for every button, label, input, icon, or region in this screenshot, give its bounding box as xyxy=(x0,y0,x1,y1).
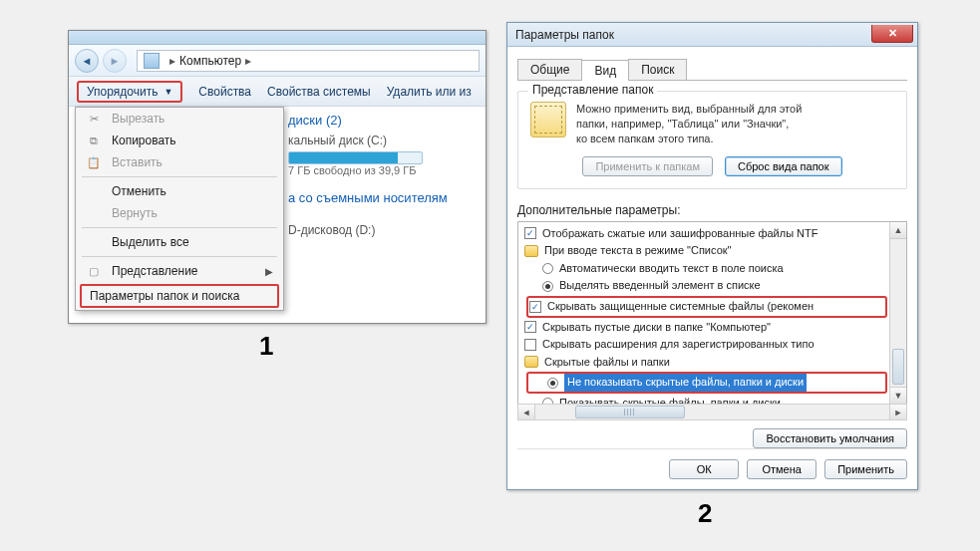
drive-c-label: кальный диск (C:) xyxy=(288,134,387,147)
menu-label: Отменить xyxy=(112,184,166,198)
tree-item-show-encrypted[interactable]: ✓ Отображать сжатые или зашифрованные фа… xyxy=(524,225,889,243)
organize-button[interactable]: Упорядочить ▼ xyxy=(77,81,182,103)
explorer-content: диски (2) кальный диск (C:) 7 ГБ свободн… xyxy=(288,109,482,237)
highlight-dont-show-hidden: Не показывать скрытые файлы, папки и дис… xyxy=(526,372,887,394)
advanced-tree[interactable]: ✓ Отображать сжатые или зашифрованные фа… xyxy=(518,222,889,405)
menu-cut[interactable]: ✂ Вырезать xyxy=(76,108,283,130)
menu-label: Вставить xyxy=(112,155,163,169)
apply-to-folders-button[interactable]: Применить к папкам xyxy=(582,156,713,176)
explorer-toolbar: Упорядочить ▼ Свойства Свойства системы … xyxy=(69,77,486,107)
menu-label: Выделить все xyxy=(112,235,189,249)
tree-label: При вводе текста в режиме "Список" xyxy=(544,242,731,260)
toolbar-uninstall[interactable]: Удалить или из xyxy=(387,85,472,99)
scroll-track[interactable] xyxy=(535,405,889,419)
tree-item-auto-type[interactable]: Автоматически вводить текст в поле поиск… xyxy=(524,260,889,278)
step-label-2: 2 xyxy=(698,498,712,529)
nav-forward-button[interactable]: ► xyxy=(103,49,127,73)
organize-label: Упорядочить xyxy=(87,85,158,99)
apply-button[interactable]: Применить xyxy=(824,459,907,479)
tree-item-hide-empty-drives[interactable]: ✓ Скрывать пустые диски в папке "Компьют… xyxy=(524,319,889,337)
tree-label: Скрывать пустые диски в папке "Компьютер… xyxy=(542,319,771,337)
dialog-buttons: ОК Отмена Применить xyxy=(517,448,907,479)
explorer-nav: ◄ ► ▸ Компьютер ▸ xyxy=(69,45,486,77)
menu-copy[interactable]: ⧉ Копировать xyxy=(76,130,283,151)
scroll-left-icon[interactable]: ◄ xyxy=(518,405,535,419)
tab-search[interactable]: Поиск xyxy=(628,59,687,80)
vertical-scrollbar[interactable]: ▲ ▼ xyxy=(889,222,906,405)
breadcrumb-item[interactable]: Компьютер xyxy=(179,54,241,68)
menu-label: Вернуть xyxy=(112,206,158,220)
tree-label: Не показывать скрытые файлы, папки и дис… xyxy=(564,374,807,392)
scroll-down-icon[interactable]: ▼ xyxy=(890,387,906,404)
ok-button[interactable]: ОК xyxy=(669,459,739,479)
folder-icon xyxy=(524,356,538,368)
organize-menu: ✂ Вырезать ⧉ Копировать 📋 Вставить Отмен… xyxy=(75,107,284,311)
highlight-hide-protected: ✓ Скрывать защищенные системные файлы (р… xyxy=(526,296,887,318)
checkbox-icon[interactable] xyxy=(524,339,536,351)
menu-redo[interactable]: Вернуть xyxy=(76,202,283,224)
horizontal-scrollbar[interactable]: ◄ ► xyxy=(517,404,907,420)
dialog-title: Параметры папок xyxy=(515,28,871,42)
dialog-body: Общие Вид Поиск Представление папок Можн… xyxy=(507,47,917,489)
toolbar-system-properties[interactable]: Свойства системы xyxy=(267,85,371,99)
cancel-button[interactable]: Отмена xyxy=(747,459,817,479)
menu-label: Представление xyxy=(112,264,198,278)
section-hard-disks: диски (2) xyxy=(288,113,482,128)
scroll-track[interactable] xyxy=(890,239,906,348)
scroll-up-icon[interactable]: ▲ xyxy=(890,222,906,239)
drive-c-usage-bar xyxy=(288,151,423,164)
computer-icon xyxy=(144,53,160,69)
tree-label: Выделять введенный элемент в списке xyxy=(559,277,761,295)
scroll-right-icon[interactable]: ► xyxy=(889,405,906,419)
submenu-arrow-icon: ▶ xyxy=(265,266,273,277)
tab-general[interactable]: Общие xyxy=(517,59,582,80)
paste-icon: 📋 xyxy=(86,156,102,169)
menu-select-all[interactable]: Выделить все xyxy=(76,231,283,253)
tree-item-hide-extensions[interactable]: Скрывать расширения для зарегистрированн… xyxy=(524,336,889,354)
restore-defaults-button[interactable]: Восстановить умолчания xyxy=(753,428,907,448)
menu-separator xyxy=(82,227,277,228)
tree-group-typing: При вводе текста в режиме "Список" xyxy=(524,242,889,260)
tree-item-hide-protected[interactable]: ✓ Скрывать защищенные системные файлы (р… xyxy=(529,298,884,316)
menu-separator xyxy=(82,256,277,257)
folder-icon xyxy=(530,102,566,138)
scroll-thumb[interactable] xyxy=(892,349,904,385)
dvd-drive-row[interactable]: D-дисковод (D:) xyxy=(288,223,482,237)
tree-item-dont-show-hidden[interactable]: Не показывать скрытые файлы, папки и дис… xyxy=(529,374,884,392)
menu-undo[interactable]: Отменить xyxy=(76,180,283,202)
tree-label: Показывать скрытые файлы, папки и диски xyxy=(559,395,781,405)
breadcrumb[interactable]: ▸ Компьютер ▸ xyxy=(137,50,480,72)
group-legend: Представление папок xyxy=(528,83,657,97)
menu-layout[interactable]: ▢ Представление ▶ xyxy=(76,260,283,282)
checkbox-checked-icon[interactable]: ✓ xyxy=(524,227,536,239)
tree-label: Скрывать защищенные системные файлы (рек… xyxy=(547,298,814,316)
tabstrip: Общие Вид Поиск xyxy=(517,59,907,81)
cut-icon: ✂ xyxy=(86,113,102,126)
checkbox-checked-icon[interactable]: ✓ xyxy=(524,321,536,333)
close-button[interactable]: ✕ xyxy=(871,25,913,43)
radio-selected-icon[interactable] xyxy=(542,281,553,292)
folder-icon xyxy=(524,245,538,257)
explorer-titlebar xyxy=(69,31,486,45)
tab-view[interactable]: Вид xyxy=(581,60,629,81)
menu-folder-options[interactable]: Параметры папок и поиска xyxy=(80,284,279,308)
dvd-drive-label: D-дисковод (D:) xyxy=(288,223,375,237)
scroll-thumb[interactable] xyxy=(575,406,685,418)
tree-label: Отображать сжатые или зашифрованные файл… xyxy=(542,225,817,243)
drive-c-row[interactable]: кальный диск (C:) xyxy=(288,134,482,147)
menu-paste[interactable]: 📋 Вставить xyxy=(76,151,283,173)
checkbox-checked-icon[interactable]: ✓ xyxy=(529,301,541,313)
tree-label: Скрывать расширения для зарегистрированн… xyxy=(542,336,815,354)
breadcrumb-sep: ▸ xyxy=(169,54,175,68)
reset-folders-button[interactable]: Сброс вида папок xyxy=(725,156,842,176)
tree-label: Автоматически вводить текст в поле поиск… xyxy=(559,260,784,278)
folder-options-dialog: Параметры папок ✕ Общие Вид Поиск Предст… xyxy=(506,22,918,490)
radio-selected-icon[interactable] xyxy=(547,378,558,389)
radio-icon[interactable] xyxy=(542,263,553,274)
section-removable: а со съемными носителям xyxy=(288,190,482,205)
tree-item-show-hidden[interactable]: Показывать скрытые файлы, папки и диски xyxy=(524,395,889,405)
nav-back-button[interactable]: ◄ xyxy=(75,49,99,73)
tree-item-select-typed[interactable]: Выделять введенный элемент в списке xyxy=(524,277,889,295)
toolbar-properties[interactable]: Свойства xyxy=(198,85,251,99)
advanced-settings-box: ✓ Отображать сжатые или зашифрованные фа… xyxy=(517,221,907,406)
